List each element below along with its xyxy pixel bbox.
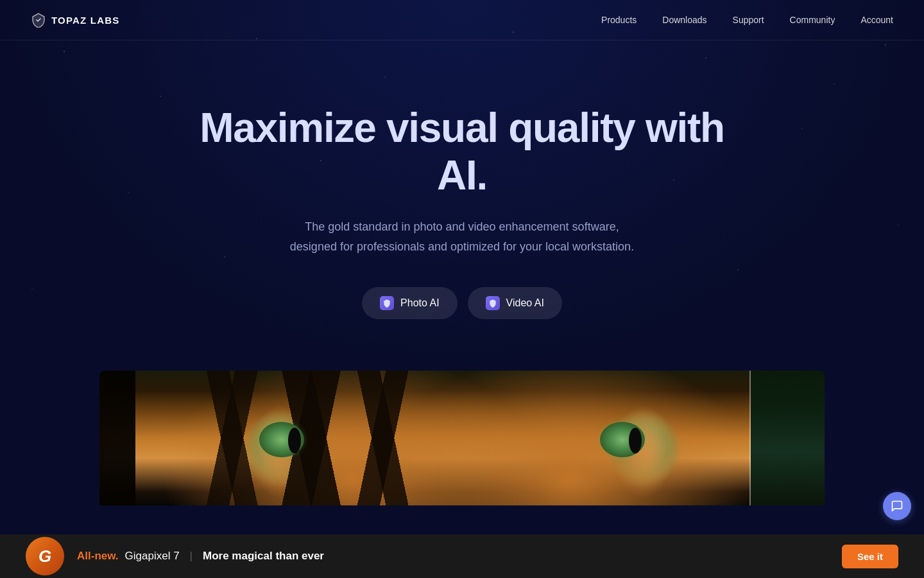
nav-link-account[interactable]: Account <box>860 15 893 25</box>
nav-link-products[interactable]: Products <box>601 15 637 25</box>
navbar: TOPAZ LABS Products Downloads Support Co… <box>0 0 924 40</box>
banner-text: All-new. Gigapixel 7 | More magical than… <box>77 550 842 563</box>
tiger-stripes <box>99 371 825 505</box>
gigapixel-logo: G <box>26 537 64 575</box>
nav-link-community[interactable]: Community <box>790 15 835 25</box>
banner-product-name: Gigapixel 7 <box>125 550 180 563</box>
banner-logo-container: G <box>26 537 64 575</box>
nav-link-support[interactable]: Support <box>733 15 764 25</box>
video-ai-button[interactable]: Video AI <box>468 287 562 319</box>
banner-cta-button[interactable]: See it <box>842 545 898 568</box>
nav-links: Products Downloads Support Community Acc… <box>601 15 893 25</box>
tiger-pupil-right <box>629 428 642 453</box>
banner-new-label: All-new. <box>77 550 119 563</box>
hero-subtitle: The gold standard in photo and video enh… <box>290 217 634 256</box>
after-panel <box>751 371 825 505</box>
chat-icon <box>891 500 903 512</box>
topaz-logo-icon <box>31 12 46 28</box>
photo-ai-icon <box>380 296 394 310</box>
brand-name: TOPAZ LABS <box>51 15 119 26</box>
hero-subtitle-line2: designed for professionals and optimized… <box>290 240 634 253</box>
photo-ai-button[interactable]: Photo AI <box>362 287 458 319</box>
video-ai-icon <box>486 296 500 310</box>
banner-divider: | <box>190 550 193 563</box>
comparison-inner: BEFORE <box>99 371 825 505</box>
hero-subtitle-line1: The gold standard in photo and video enh… <box>305 220 619 233</box>
hero-buttons: Photo AI Video AI <box>362 287 562 319</box>
chat-support-button[interactable] <box>883 492 911 520</box>
video-ai-label: Video AI <box>506 297 544 309</box>
brand-logo[interactable]: TOPAZ LABS <box>31 12 119 28</box>
hero-section: Maximize visual quality with AI. The gol… <box>0 40 924 358</box>
hero-title: Maximize visual quality with AI. <box>189 105 735 199</box>
tiger-pupil-left <box>288 428 301 453</box>
banner-tagline: More magical than ever <box>203 550 324 563</box>
photo-ai-label: Photo AI <box>400 297 440 309</box>
announcement-banner: G All-new. Gigapixel 7 | More magical th… <box>0 534 924 578</box>
image-comparison: BEFORE <box>99 371 825 505</box>
nav-link-downloads[interactable]: Downloads <box>662 15 706 25</box>
